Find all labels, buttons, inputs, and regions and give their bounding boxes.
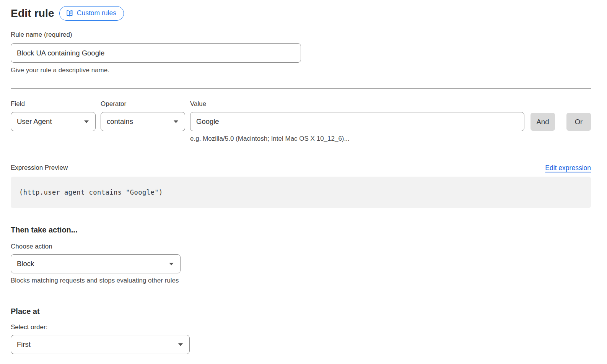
page-header: Edit rule Custom rules [11,6,591,21]
operator-column: Operator contains [101,100,185,131]
placement-section: Place at Select order: First [11,306,591,354]
and-button[interactable]: And [531,113,555,131]
action-select[interactable]: Block [11,254,181,273]
action-helper: Blocks matching requests and stops evalu… [11,276,591,285]
expression-preview-box: (http.user_agent contains "Google") [11,177,591,208]
field-select-value: User Agent [17,117,52,126]
caret-down-icon [178,343,183,346]
rule-name-label: Rule name (required) [11,31,591,39]
rule-name-input[interactable] [11,43,301,63]
expression-preview-section: Expression Preview Edit expression (http… [11,164,591,208]
value-helper: e.g. Mozilla/5.0 (Macintosh; Intel Mac O… [190,135,524,143]
edit-expression-link[interactable]: Edit expression [545,164,591,172]
operator-label: Operator [101,100,185,108]
select-order-label: Select order: [11,323,591,332]
order-select[interactable]: First [11,335,190,354]
caret-down-icon [174,120,178,123]
value-input[interactable] [190,112,524,131]
condition-builder: Field User Agent Operator contains Value… [11,100,591,143]
action-section: Then take action... Choose action Block … [11,225,591,285]
custom-rules-badge[interactable]: Custom rules [59,6,124,21]
order-select-value: First [17,340,31,349]
rule-name-helper: Give your rule a descriptive name. [11,66,591,75]
action-select-value: Block [17,260,34,268]
expression-code: (http.user_agent contains "Google") [19,188,163,196]
edit-rule-page: Edit rule Custom rules Rule name (requir… [0,0,607,354]
value-label: Value [190,100,524,108]
custom-rules-badge-label: Custom rules [77,9,116,17]
open-book-icon [66,10,73,17]
section-divider [11,88,591,89]
choose-action-label: Choose action [11,242,591,251]
operator-select[interactable]: contains [101,112,185,131]
field-label: Field [11,100,96,108]
caret-down-icon [169,263,174,265]
field-column: Field User Agent [11,100,96,131]
action-heading: Then take action... [11,225,591,235]
expression-preview-label: Expression Preview [11,164,68,172]
value-column: Value e.g. Mozilla/5.0 (Macintosh; Intel… [190,100,524,143]
logic-buttons: And Or [531,100,591,131]
place-at-heading: Place at [11,306,591,316]
or-button[interactable]: Or [566,113,591,131]
caret-down-icon [84,120,89,123]
page-title: Edit rule [11,7,54,20]
field-select[interactable]: User Agent [11,112,96,131]
operator-select-value: contains [107,117,133,126]
rule-name-group: Rule name (required) Give your rule a de… [11,31,591,75]
